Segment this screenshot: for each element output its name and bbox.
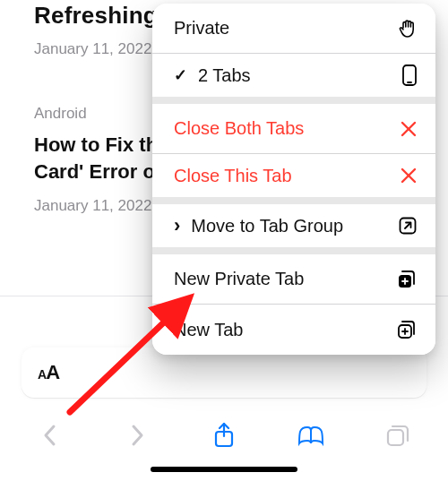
- close-icon: [400, 120, 418, 138]
- menu-close-this-label: Close This Tab: [174, 166, 292, 186]
- new-private-tab-icon: [396, 269, 418, 290]
- address-bar[interactable]: AA: [22, 348, 426, 398]
- menu-private-label: Private: [174, 18, 229, 39]
- bookmarks-button[interactable]: [293, 424, 329, 447]
- close-icon: [400, 167, 418, 185]
- svg-line-10: [405, 223, 410, 228]
- share-button[interactable]: [206, 422, 242, 449]
- tab-context-menu: Private ✓ 2 Tabs Close Both Tabs: [152, 4, 435, 355]
- menu-new-private-label: New Private Tab: [174, 269, 304, 289]
- new-tab-icon: [396, 319, 418, 340]
- bottom-toolbar: [0, 414, 448, 457]
- menu-tabs-label: 2 Tabs: [198, 65, 251, 86]
- menu-tabs[interactable]: ✓ 2 Tabs: [152, 54, 435, 104]
- forward-button[interactable]: [119, 423, 155, 448]
- menu-new-tab[interactable]: New Tab: [152, 305, 435, 355]
- menu-new-tab-label: New Tab: [174, 320, 243, 340]
- hand-icon: [398, 18, 418, 39]
- svg-rect-2: [388, 430, 403, 445]
- menu-move-label: Move to Tab Group: [191, 216, 343, 236]
- back-button[interactable]: [32, 423, 68, 448]
- menu-move-group[interactable]: › Move to Tab Group: [152, 204, 435, 254]
- menu-close-this[interactable]: Close This Tab: [152, 154, 435, 204]
- phone-icon: [401, 64, 418, 87]
- text-size-icon[interactable]: AA: [38, 361, 59, 384]
- home-indicator: [151, 467, 297, 472]
- menu-private[interactable]: Private: [152, 4, 435, 54]
- tabs-button[interactable]: [380, 423, 416, 448]
- menu-close-both[interactable]: Close Both Tabs: [152, 104, 435, 154]
- menu-close-both-label: Close Both Tabs: [174, 118, 304, 139]
- chevron-right-icon: ›: [174, 214, 180, 237]
- open-external-icon: [398, 216, 418, 236]
- menu-new-private-tab[interactable]: New Private Tab: [152, 254, 435, 305]
- check-icon: ✓: [174, 65, 187, 85]
